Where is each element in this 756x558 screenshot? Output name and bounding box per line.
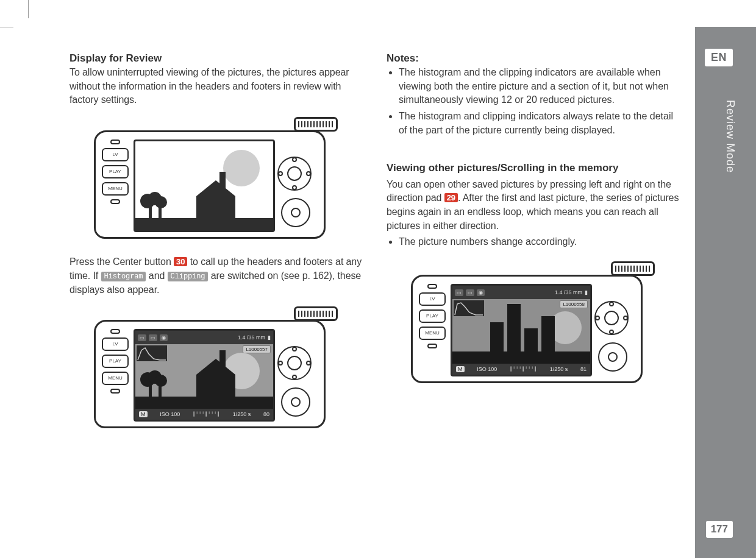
file-number-label: L1000557 — [243, 345, 271, 353]
screen-top-bar: ▭ ▭ ◉ 1.4 /35 mm ▮ — [452, 286, 590, 299]
histogram-overlay — [137, 345, 167, 361]
heading-viewing-other: Viewing other pictures/Scrolling in the … — [387, 162, 679, 174]
svg-rect-17 — [219, 350, 226, 369]
note-item: The histogram and the clipping indicator… — [399, 66, 679, 107]
crop-mark-vertical — [28, 0, 29, 18]
screen-bottom-bar: M ISO 100 ┃╵╵╵┃╵╵╵┃ 1/250 s 81 — [452, 364, 590, 375]
frame-count: 80 — [263, 411, 269, 417]
direction-pad-icon — [594, 301, 629, 335]
notes-heading: Notes: — [387, 52, 679, 65]
viewfinder-icon — [611, 261, 655, 276]
histogram-menu-chip: Histogram — [101, 272, 146, 281]
svg-rect-9 — [137, 345, 167, 361]
menu-button: MENU — [419, 327, 446, 340]
file-number-label: L1000558 — [560, 300, 588, 308]
trees-icon — [139, 188, 182, 219]
page-content: Display for Review To allow uninterrupte… — [70, 52, 679, 445]
ref-30-badge: 30 — [174, 257, 187, 266]
left-column: Display for Review To allow uninterrupte… — [70, 52, 362, 445]
svg-rect-3 — [149, 206, 152, 219]
histogram-overlay — [454, 300, 484, 316]
top-button-icon — [110, 140, 120, 144]
format-icon: ▭ — [149, 334, 157, 341]
para-scrolling: You can open other saved pictures by pre… — [387, 178, 679, 233]
viewfinder-icon — [294, 117, 338, 132]
svg-rect-19 — [454, 300, 484, 316]
camera-diagram-3: LV PLAY MENU ▭ ▭ ◉ 1.4 /35 mm ▮ — [411, 261, 655, 386]
bottom-button-icon — [110, 389, 120, 394]
lens-info: 1.4 /35 mm — [555, 289, 582, 295]
right-column: Notes: The histogram and the clipping in… — [387, 52, 679, 445]
exposure-scale-icon: ┃╵╵╵┃╵╵╵┃ — [193, 412, 220, 417]
format-icon: ▭ — [138, 334, 146, 341]
thumbwheel-icon — [281, 198, 310, 227]
para-display-review: To allow uninterrupted viewing of the pi… — [70, 66, 362, 107]
text-fragment: and — [146, 270, 167, 281]
format-icon: ◉ — [160, 334, 168, 341]
play-button: PLAY — [102, 165, 129, 178]
ground-icon — [452, 351, 590, 364]
house-icon — [187, 172, 241, 219]
camera-diagram-1: LV PLAY MENU — [94, 117, 338, 242]
svg-marker-16 — [196, 359, 235, 375]
lcd-screen: ▭ ▭ ◉ 1.4 /35 mm ▮ L1000558 — [451, 284, 592, 376]
exposure-scale-icon: ┃╵╵╵┃╵╵╵┃ — [510, 367, 537, 372]
thumbwheel-icon — [598, 342, 627, 372]
direction-pad-icon — [277, 346, 312, 380]
shutter-indicator: 1/250 s — [550, 366, 568, 372]
viewfinder-icon — [294, 306, 338, 321]
menu-button: MENU — [102, 182, 129, 196]
svg-rect-7 — [219, 172, 226, 190]
lv-button: LV — [419, 292, 446, 306]
clipping-menu-chip: Clipping — [168, 272, 209, 281]
para-center-button: Press the Center button 30 to call up th… — [70, 255, 362, 297]
frame-count: 81 — [580, 366, 587, 372]
iso-indicator: ISO 100 — [160, 411, 180, 417]
note-item: The histogram and clipping indicators al… — [399, 110, 679, 137]
house-icon — [187, 350, 241, 398]
buildings-icon — [490, 304, 555, 353]
camera-diagram-2: LV PLAY MENU ▭ ▭ ◉ 1.4 /35 mm ▮ — [94, 306, 338, 431]
play-button: PLAY — [419, 309, 446, 323]
format-icon: ▭ — [466, 289, 474, 296]
menu-button: MENU — [102, 372, 129, 385]
play-button: PLAY — [102, 355, 129, 368]
top-button-icon — [110, 329, 120, 334]
direction-pad-icon — [277, 157, 312, 191]
crop-mark-horizontal — [0, 27, 13, 27]
button-column: LV PLAY MENU — [102, 329, 130, 397]
thumbwheel-icon — [281, 387, 310, 417]
figure-3: LV PLAY MENU ▭ ▭ ◉ 1.4 /35 mm ▮ — [411, 261, 679, 386]
side-tab: EN Review Mode 177 — [695, 27, 756, 558]
bottom-button-icon — [110, 199, 120, 204]
language-badge: EN — [705, 49, 733, 66]
ground-icon — [135, 397, 273, 409]
button-column: LV PLAY MENU — [102, 140, 130, 208]
page-number: 177 — [706, 521, 733, 538]
card-icon: ▮ — [268, 334, 271, 341]
svg-rect-5 — [196, 196, 235, 219]
card-icon: ▮ — [585, 289, 588, 295]
svg-rect-14 — [159, 384, 162, 398]
iso-indicator: ISO 100 — [477, 366, 497, 372]
mode-indicator: M — [456, 366, 465, 372]
text-fragment: Press the Center button — [70, 256, 174, 267]
lens-info: 1.4 /35 mm — [238, 334, 265, 341]
lv-button: LV — [102, 148, 129, 161]
lcd-screen — [134, 140, 275, 232]
svg-rect-4 — [159, 206, 162, 219]
lv-button: LV — [102, 337, 129, 351]
screen-top-bar: ▭ ▭ ◉ 1.4 /35 mm ▮ — [135, 331, 273, 344]
bottom-button-icon — [427, 344, 437, 348]
figure-1: LV PLAY MENU — [94, 117, 362, 242]
section-title: Review Mode — [724, 100, 736, 173]
scroll-note-list: The picture numbers shange accordingly. — [387, 235, 679, 249]
heading-display-review: Display for Review — [70, 52, 362, 65]
top-button-icon — [427, 284, 437, 289]
notes-list: The histogram and the clipping indicator… — [387, 66, 679, 138]
mode-indicator: M — [139, 411, 148, 417]
shutter-indicator: 1/250 s — [233, 411, 251, 417]
format-icon: ▭ — [455, 289, 463, 296]
ground-icon — [135, 218, 273, 230]
svg-rect-13 — [149, 384, 152, 398]
